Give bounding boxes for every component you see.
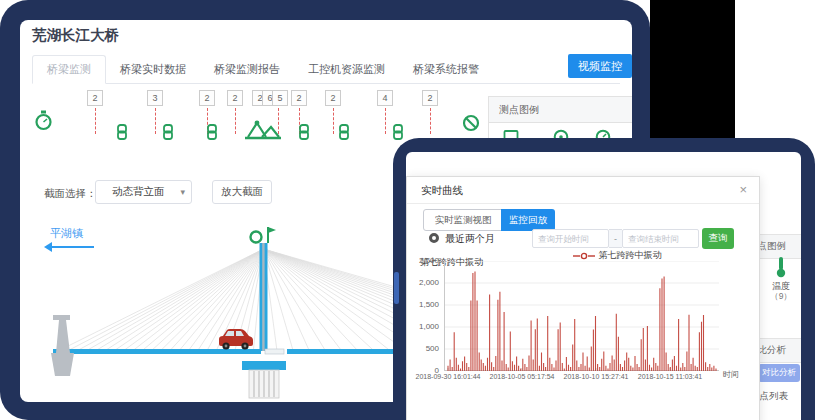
no-entry-icon[interactable]: [462, 114, 480, 136]
recent-two-months-label: 最近两个月: [445, 232, 495, 246]
sensor-count-badge[interactable]: 3: [147, 90, 163, 106]
sensor-dash-line: [333, 108, 334, 134]
tower-sensor-icon[interactable]: [251, 227, 277, 243]
x-tick-label: 2018-10-05 05:17:54: [487, 373, 557, 380]
close-icon[interactable]: ×: [739, 182, 747, 197]
tab-ipc-resource[interactable]: 工控机资源监测: [294, 56, 399, 83]
sensor-count-badge[interactable]: 2: [422, 90, 438, 106]
scrollbar-thumb[interactable]: [394, 272, 399, 304]
x-tick-label: 2018-10-10 15:27:41: [561, 373, 631, 380]
sensor-count-badge[interactable]: 4: [377, 90, 393, 106]
bridge-sensor-cluster-icon[interactable]: [244, 116, 282, 146]
legend-marker-icon: [573, 252, 595, 260]
vibration-chart[interactable]: [444, 261, 719, 371]
query-start-time-input[interactable]: [532, 229, 609, 248]
tab-monitor-report[interactable]: 桥梁监测报告: [200, 56, 294, 83]
section-select-value: 动态背立面: [96, 185, 180, 199]
date-range-separator: -: [609, 229, 622, 248]
chevron-down-icon: ▾: [180, 187, 191, 197]
main-tabbar: 桥梁监测 桥梁实时数据 桥梁监测报告 工控机资源监测 桥梁系统报警: [32, 56, 620, 84]
chain-link-icon[interactable]: [392, 124, 404, 140]
bridge-abutment: [51, 315, 74, 376]
sensor-count-badge[interactable]: 2: [325, 90, 341, 106]
sensor-count-badge[interactable]: 2: [87, 90, 103, 106]
legend-panel-title: 测点图例: [489, 97, 632, 123]
query-end-time-input[interactable]: [622, 229, 699, 248]
y-tick-label: 1,500: [409, 300, 439, 309]
sensor-count-badge[interactable]: 2: [199, 90, 215, 106]
sensor-dash-line: [430, 108, 431, 134]
sensor-dash-line: [155, 108, 156, 134]
stopwatch-icon[interactable]: [34, 110, 54, 136]
bridge-deck-joint: [265, 349, 284, 354]
x-tick-label: 2018-10-15 11:03:41: [635, 373, 705, 380]
sensor-dash-line: [385, 108, 386, 134]
sensor-count-badge[interactable]: 2: [227, 90, 243, 106]
compare-analysis-button[interactable]: 对比分析: [758, 364, 800, 382]
sensor-dash-line: [95, 108, 96, 134]
screen: 芜湖长江大桥 桥梁监测 桥梁实时数据 桥梁监测报告 工控机资源监测 桥梁系统报警…: [0, 0, 815, 420]
thermometer-icon[interactable]: [774, 256, 788, 282]
chain-link-icon[interactable]: [206, 124, 218, 140]
y-tick-label: 1,000: [409, 322, 439, 331]
dialog-title: 实时曲线: [421, 184, 463, 198]
realtime-curve-dialog: 实时曲线 × 实时监测视图 监控回放 最近两个月 - 查询 第七跨跨中振动 第七…: [406, 176, 760, 420]
dialog-header: 实时曲线 ×: [407, 177, 759, 204]
tab-monitor-playback[interactable]: 监控回放: [501, 209, 555, 231]
chain-link-icon[interactable]: [298, 124, 310, 140]
enlarge-section-button[interactable]: 放大截面: [212, 180, 272, 204]
tab-realtime-view[interactable]: 实时监测视图: [423, 209, 503, 231]
x-axis-name: 时间: [723, 369, 739, 380]
chain-link-icon[interactable]: [338, 124, 350, 140]
query-button[interactable]: 查询: [702, 228, 734, 249]
chain-link-icon[interactable]: [162, 124, 174, 140]
page-title: 芜湖长江大桥: [32, 26, 119, 45]
dark-backdrop: [650, 0, 735, 140]
y-tick-label: 2,500: [409, 256, 439, 265]
temperature-count: （9）: [766, 291, 796, 303]
video-monitor-button[interactable]: 视频监控: [568, 54, 632, 78]
section-select[interactable]: 动态背立面 ▾: [95, 180, 192, 204]
section-select-label: 截面选择：: [44, 187, 97, 201]
sensor-count-badge[interactable]: 5: [272, 90, 288, 106]
y-tick-label: 500: [409, 344, 439, 353]
sensor-count-badge[interactable]: 2: [291, 90, 307, 106]
x-tick-label: 2018-09-30 16:01:44: [413, 373, 483, 380]
y-tick-label: 2,000: [409, 278, 439, 287]
bridge-deck-left: [53, 349, 261, 354]
tab-realtime-data[interactable]: 桥梁实时数据: [106, 56, 200, 83]
recent-two-months-radio[interactable]: [429, 233, 439, 243]
chain-link-icon[interactable]: [116, 124, 128, 140]
bridge-pier-cap: [242, 361, 286, 370]
sensor-dash-line: [235, 108, 236, 134]
tab-bridge-monitor[interactable]: 桥梁监测: [32, 55, 106, 84]
bridge-pier-piles: [249, 370, 279, 398]
tab-system-alarm[interactable]: 桥梁系统报警: [399, 56, 493, 83]
overlay-window: 测点图例 温度 （9） 对比分析 对比分析 测点列表 实时曲线 × 实时监测视图…: [406, 152, 801, 420]
